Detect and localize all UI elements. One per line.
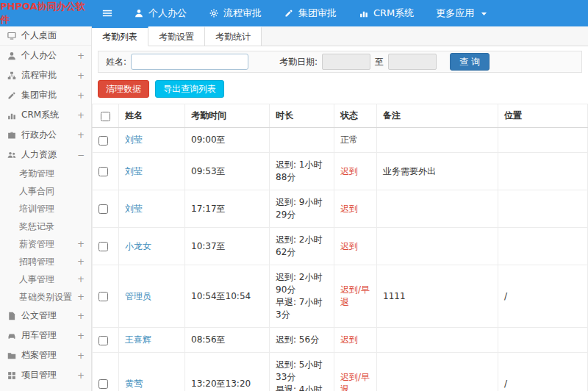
sidebar-item-human-resources[interactable]: 人力资源− xyxy=(0,145,91,165)
edit-icon xyxy=(284,8,294,18)
sidebar-item-label: 培训管理 xyxy=(19,203,54,215)
attendance-time-cell: 10:37至 xyxy=(185,228,270,265)
sidebar-item-recruit-management[interactable]: 招聘管理+ xyxy=(0,253,91,270)
query-button[interactable]: 查 询 xyxy=(450,53,490,71)
sidebar-item-personnel-management[interactable]: 人事管理+ xyxy=(0,270,91,288)
sidebar-item-label: 个人办公 xyxy=(21,49,57,62)
select-all-checkbox[interactable] xyxy=(101,112,110,121)
sidebar-item-group-approval[interactable]: 集团审批+ xyxy=(0,85,91,105)
expand-toggle-icon[interactable]: + xyxy=(77,371,85,380)
employee-name-link[interactable]: 刘莹 xyxy=(125,204,143,214)
nav-item-crm-system[interactable]: CRM系统 xyxy=(348,0,425,26)
date-start-input[interactable] xyxy=(322,54,370,70)
sidebar-item-admin-office[interactable]: 行政办公+ xyxy=(0,125,91,145)
duration-cell: 迟到: 56分 xyxy=(270,328,334,353)
table-body: 刘莹09:00至正常刘莹09:53至迟到: 1小时88分迟到业务需要外出刘莹17… xyxy=(93,128,588,391)
row-checkbox[interactable] xyxy=(98,136,108,146)
remark-cell: 1111 xyxy=(377,265,498,328)
tab-attendance-settings[interactable]: 考勤设置 xyxy=(148,26,205,46)
duration-cell: 迟到: 2小时62分 xyxy=(270,228,334,265)
action-buttons: 清理数据 导出查询列表 xyxy=(98,80,582,98)
employee-name-link[interactable]: 王喜辉 xyxy=(125,334,151,345)
attendance-table: 姓名考勤时间时长状态备注位置 刘莹09:00至正常刘莹09:53至迟到: 1小时… xyxy=(92,104,588,391)
sidebar-item-crm-system[interactable]: CRM系统+ xyxy=(0,105,91,125)
employee-name-link[interactable]: 小龙女 xyxy=(125,241,151,251)
column-header-0: 姓名 xyxy=(119,104,185,128)
table-row: 小龙女10:37至迟到: 2小时62分迟到 xyxy=(93,228,588,265)
expand-toggle-icon[interactable]: + xyxy=(77,240,85,248)
name-input[interactable] xyxy=(131,54,248,70)
tab-attendance-statistics[interactable]: 考勤统计 xyxy=(205,26,262,46)
export-list-button[interactable]: 导出查询列表 xyxy=(155,80,224,98)
sidebar-item-label: 人力资源 xyxy=(21,148,57,161)
expand-toggle-icon[interactable]: + xyxy=(77,331,85,340)
row-checkbox[interactable] xyxy=(98,204,108,214)
expand-toggle-icon[interactable]: + xyxy=(77,111,85,120)
table-row: 刘莹17:17至迟到: 9小时29分迟到 xyxy=(93,190,588,228)
status-cell: 迟到 xyxy=(334,190,377,228)
clean-data-button[interactable]: 清理数据 xyxy=(98,80,149,98)
attendance-date-label: 考勤日期: xyxy=(279,56,318,68)
nav-item-group-approval[interactable]: 集团审批 xyxy=(273,0,348,26)
remark-cell xyxy=(377,190,498,228)
expand-toggle-icon[interactable]: + xyxy=(77,71,85,80)
employee-name-link[interactable]: 管理员 xyxy=(125,291,151,301)
duration-cell: 迟到: 9小时29分 xyxy=(270,190,334,228)
row-checkbox[interactable] xyxy=(98,292,108,301)
expand-toggle-icon[interactable]: + xyxy=(77,275,85,284)
date-end-input[interactable] xyxy=(388,54,437,70)
row-checkbox[interactable] xyxy=(98,379,108,389)
search-panel: 姓名: 考勤日期: 至 查 询 xyxy=(98,51,582,73)
sidebar-item-document-management[interactable]: 公文管理+ xyxy=(0,306,91,326)
employee-name-link[interactable]: 刘莹 xyxy=(125,166,143,176)
nav-item-more-apps[interactable]: 更多应用 xyxy=(425,0,500,26)
row-checkbox[interactable] xyxy=(98,167,108,176)
attendance-time-cell: 13:20至13:20 xyxy=(185,353,270,391)
sidebar-item-project-management[interactable]: 项目管理+ xyxy=(0,365,91,385)
desktop-icon xyxy=(7,31,16,40)
tab-bar: 考勤列表考勤设置考勤统计 xyxy=(92,26,588,46)
row-checkbox[interactable] xyxy=(98,336,108,345)
employee-name-link[interactable]: 刘莹 xyxy=(125,134,143,145)
tab-attendance-list[interactable]: 考勤列表 xyxy=(92,26,148,46)
expand-toggle-icon[interactable]: + xyxy=(77,351,85,360)
sidebar-item-personnel-contract[interactable]: 人事合同 xyxy=(0,182,91,200)
user-icon xyxy=(134,8,144,18)
expand-toggle-icon[interactable]: + xyxy=(77,51,85,60)
employee-name-link[interactable]: 黄莺 xyxy=(125,379,143,389)
sidebar-item-personal-office[interactable]: 个人办公+ xyxy=(0,46,91,65)
car-icon xyxy=(7,331,16,340)
remark-cell xyxy=(377,353,498,391)
sidebar: 个人桌面个人办公+流程审批+集团审批+CRM系统+行政办公+人力资源−考勤管理人… xyxy=(0,26,92,391)
expand-toggle-icon[interactable]: + xyxy=(77,293,85,301)
sidebar-item-vehicle-management[interactable]: 用车管理+ xyxy=(0,326,91,345)
nav-item-label: 集团审批 xyxy=(298,7,337,20)
nav-item-process-approval[interactable]: 流程审批 xyxy=(198,0,273,26)
expand-toggle-icon[interactable]: − xyxy=(77,151,85,159)
sidebar-item-archive-management[interactable]: 档案管理+ xyxy=(0,345,91,365)
remark-cell xyxy=(377,328,498,353)
expand-toggle-icon[interactable]: + xyxy=(77,131,85,140)
expand-toggle-icon[interactable]: + xyxy=(77,312,85,320)
sidebar-item-personal-desktop[interactable]: 个人桌面 xyxy=(0,26,91,46)
nav-item-personal-office[interactable]: 个人办公 xyxy=(123,0,198,26)
sidebar-toggle-button[interactable] xyxy=(92,0,123,26)
sidebar-item-process-approval[interactable]: 流程审批+ xyxy=(0,65,91,85)
remark-cell xyxy=(377,128,498,153)
hamburger-icon xyxy=(102,8,112,18)
expand-toggle-icon[interactable]: + xyxy=(77,91,85,100)
row-checkbox[interactable] xyxy=(98,242,108,251)
expand-toggle-icon[interactable]: + xyxy=(77,257,85,266)
sidebar-item-attendance-management[interactable]: 考勤管理 xyxy=(0,165,91,182)
main-content: 考勤列表考勤设置考勤统计 姓名: 考勤日期: 至 查 询 清理数据 导出查询列表… xyxy=(92,26,588,391)
remark-cell: 业务需要外出 xyxy=(377,153,498,190)
attendance-time-cell: 08:56至 xyxy=(185,328,270,353)
sidebar-item-label: 流程审批 xyxy=(21,69,57,82)
status-cell: 迟到 xyxy=(334,153,377,190)
sidebar-item-basic-category-settings[interactable]: 基础类别设置+ xyxy=(0,288,91,306)
sidebar-item-reward-records[interactable]: 奖惩记录 xyxy=(0,218,91,235)
sidebar-item-label: 项目管理 xyxy=(21,369,57,381)
attendance-time-cell: 09:00至 xyxy=(185,128,270,153)
sidebar-item-salary-management[interactable]: 薪资管理+ xyxy=(0,235,91,253)
sidebar-item-training-management[interactable]: 培训管理 xyxy=(0,200,91,218)
